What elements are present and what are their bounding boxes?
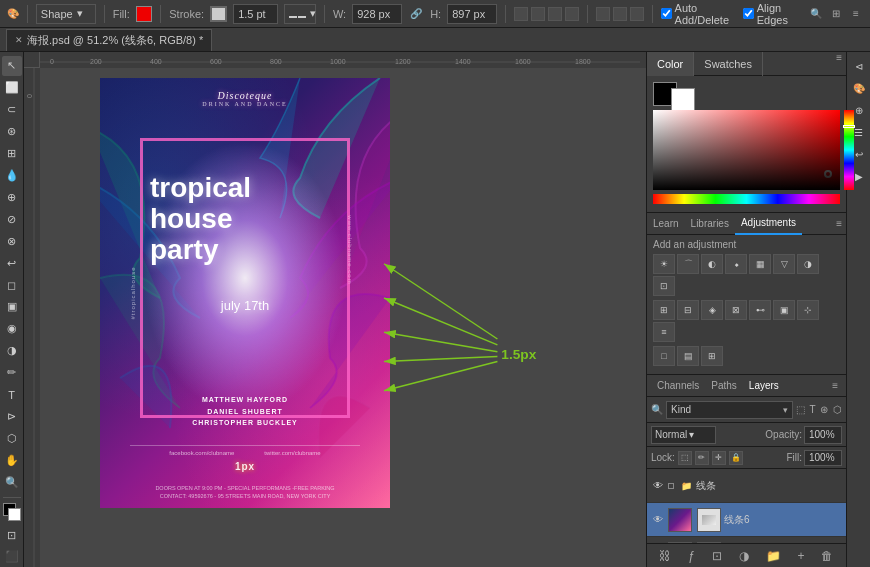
brush-tool[interactable]: ⊘ <box>2 209 22 229</box>
new-adjustment-btn[interactable]: ◑ <box>739 549 749 563</box>
brightness-adj[interactable]: ☀ <box>653 254 675 274</box>
move-tool[interactable]: ↖ <box>2 56 22 76</box>
color-gradient[interactable] <box>653 110 840 190</box>
layer-eye-6[interactable]: 👁 <box>651 513 665 527</box>
layer-item-folder[interactable]: 👁 📁 线条 <box>647 469 846 503</box>
color-swatches[interactable] <box>3 503 21 521</box>
gradient-tool[interactable]: ▣ <box>2 297 22 317</box>
workspace-icon[interactable]: ⊞ <box>828 6 844 22</box>
layer-item-6[interactable]: 👁 线条6 <box>647 503 846 537</box>
color-tab[interactable]: Color <box>647 52 694 76</box>
vibrance-adj[interactable]: ⬥ <box>725 254 747 274</box>
shape-op1[interactable] <box>514 7 528 21</box>
filter-shape[interactable]: ⬡ <box>833 404 842 415</box>
align-edges-checkbox[interactable]: Align Edges <box>743 2 802 26</box>
color-picker-handle[interactable] <box>824 170 832 178</box>
photo-filter-adj[interactable]: ⊡ <box>653 276 675 296</box>
shape-tool[interactable]: ⬡ <box>2 428 22 448</box>
lock-all-btn[interactable]: 🔒 <box>729 451 743 465</box>
fill-value[interactable]: 100% <box>804 450 842 466</box>
layer-eye-folder[interactable]: 👁 <box>651 479 665 493</box>
channels-tab[interactable]: Channels <box>651 375 705 397</box>
posterize-adj[interactable]: ⊠ <box>725 300 747 320</box>
pen-tool[interactable]: ✏ <box>2 363 22 383</box>
add-style-btn[interactable]: ƒ <box>688 549 695 563</box>
auto-add-delete-checkbox[interactable]: Auto Add/Delete <box>661 2 737 26</box>
tool-shape-dropdown[interactable]: Shape ▾ <box>36 4 96 24</box>
delete-layer-btn[interactable]: 🗑 <box>821 549 833 563</box>
hue-strip-vertical[interactable] <box>844 110 854 190</box>
collapse-btn[interactable]: ⊲ <box>849 56 869 76</box>
eyedropper-tool[interactable]: 💧 <box>2 166 22 186</box>
stroke-type-dropdown[interactable]: ▾ <box>284 4 316 24</box>
invert-adj[interactable]: ◈ <box>701 300 723 320</box>
active-tab[interactable]: ✕ 海报.psd @ 51.2% (线条6, RGB/8) * <box>6 29 212 51</box>
quick-select-tool[interactable]: ⊛ <box>2 122 22 142</box>
levels-adj[interactable]: ≡ <box>653 322 675 342</box>
fill-color-swatch[interactable] <box>136 6 153 22</box>
opacity-value[interactable]: 100% <box>804 426 842 444</box>
color-lookup-adj[interactable]: ⊟ <box>677 300 699 320</box>
color-mini-btn[interactable]: 🎨 <box>849 78 869 98</box>
learn-tab[interactable]: Learn <box>647 213 685 235</box>
channel-mixer-adj[interactable]: ⊞ <box>653 300 675 320</box>
tab-close-icon[interactable]: ✕ <box>15 35 23 45</box>
shape-op2[interactable] <box>531 7 545 21</box>
lasso-tool[interactable]: ⊂ <box>2 100 22 120</box>
hsl-adj[interactable]: ▦ <box>749 254 771 274</box>
adjust-panel-menu[interactable]: ≡ <box>832 218 846 229</box>
blend-mode-dropdown[interactable]: Normal ▾ <box>651 426 716 444</box>
heal-tool[interactable]: ⊕ <box>2 187 22 207</box>
selective-color-adj[interactable]: ⊹ <box>797 300 819 320</box>
solid-adj[interactable]: □ <box>653 346 675 366</box>
eraser-tool[interactable]: ◻ <box>2 275 22 295</box>
curves-adj[interactable]: ⌒ <box>677 254 699 274</box>
w-value[interactable]: 928 px <box>352 4 402 24</box>
gradient-map-adj[interactable]: ▣ <box>773 300 795 320</box>
bw-adj[interactable]: ◑ <box>797 254 819 274</box>
new-layer-btn[interactable]: + <box>798 549 805 563</box>
blur-tool[interactable]: ◉ <box>2 319 22 339</box>
libraries-tab[interactable]: Libraries <box>685 213 735 235</box>
new-group-btn[interactable]: 📁 <box>766 549 781 563</box>
exposure-adj[interactable]: ◐ <box>701 254 723 274</box>
lock-transparent-btn[interactable]: ⬚ <box>678 451 692 465</box>
folder-expand-icon[interactable] <box>668 483 674 489</box>
pattern-adj[interactable]: ⊞ <box>701 346 723 366</box>
lock-pixels-btn[interactable]: ✏ <box>695 451 709 465</box>
layers-tab[interactable]: Layers <box>743 375 785 397</box>
stroke-color-swatch[interactable] <box>210 6 227 22</box>
menu-icon[interactable]: ≡ <box>848 6 864 22</box>
clone-tool[interactable]: ⊗ <box>2 231 22 251</box>
swatches-tab[interactable]: Swatches <box>694 52 763 76</box>
screen-mode-tool[interactable]: ⬛ <box>2 547 22 567</box>
shape-op4[interactable] <box>565 7 579 21</box>
marquee-tool[interactable]: ⬜ <box>2 78 22 98</box>
gradient-adj[interactable]: ▤ <box>677 346 699 366</box>
type-tool[interactable]: T <box>2 385 22 405</box>
color-balance-adj[interactable]: ▽ <box>773 254 795 274</box>
add-mask-btn[interactable]: ⊡ <box>712 549 722 563</box>
zoom-tool[interactable]: 🔍 <box>2 472 22 492</box>
layers-panel-menu[interactable]: ≡ <box>828 380 842 391</box>
color-panel-menu[interactable]: ≡ <box>832 52 846 75</box>
lock-position-btn[interactable]: ✛ <box>712 451 726 465</box>
background-color-swatch[interactable] <box>671 88 695 112</box>
path-select-tool[interactable]: ⊳ <box>2 407 22 427</box>
stroke-value[interactable]: 1.5 pt <box>233 4 278 24</box>
bg-color[interactable] <box>8 508 21 521</box>
history-tool[interactable]: ↩ <box>2 253 22 273</box>
crop-tool[interactable]: ⊞ <box>2 144 22 164</box>
path-op1[interactable] <box>596 7 610 21</box>
threshold-adj[interactable]: ⊷ <box>749 300 771 320</box>
adjustments-tab[interactable]: Adjustments <box>735 213 802 235</box>
quick-mask-tool[interactable]: ⊡ <box>2 525 22 545</box>
shape-op3[interactable] <box>548 7 562 21</box>
h-value[interactable]: 897 px <box>447 4 497 24</box>
path-op3[interactable] <box>630 7 644 21</box>
path-op2[interactable] <box>613 7 627 21</box>
hand-tool[interactable]: ✋ <box>2 450 22 470</box>
search-icon[interactable]: 🔍 <box>808 6 824 22</box>
dodge-tool[interactable]: ◑ <box>2 341 22 361</box>
filter-type[interactable]: ⊛ <box>820 404 828 415</box>
